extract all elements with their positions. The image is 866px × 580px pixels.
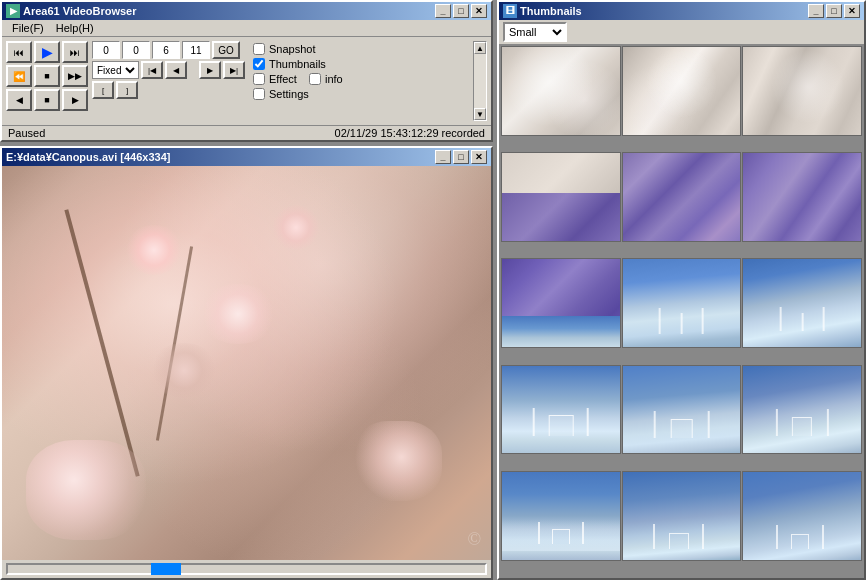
rewind-button[interactable]: ⏪ [6,65,32,87]
thumbnail-grid [499,44,864,578]
video-frame: © [2,166,491,560]
mark-in-button[interactable]: [ [92,81,114,99]
thumbnail-14[interactable] [622,471,742,561]
mode-select[interactable]: Fixed Auto [92,61,139,79]
thumbnail-7[interactable] [501,258,621,348]
snapshot-checkbox[interactable] [253,43,265,55]
thumbnail-10[interactable] [501,365,621,455]
time-field-4[interactable] [182,41,210,59]
settings-checkbox[interactable] [253,88,265,100]
timestamp-status: 02/11/29 15:43:12:29 recorded [335,127,485,139]
thumbnail-2[interactable] [622,46,742,136]
nav-end-button[interactable]: ▶| [223,61,245,79]
video-window: E:¥data¥Canopus.avi [446x334] _ □ ✕ [0,146,493,580]
watermark: © [467,529,481,550]
video-close-button[interactable]: ✕ [471,150,487,164]
time-field-3[interactable] [152,41,180,59]
settings-label: Settings [269,88,309,100]
nav-prev-button[interactable]: ◀ [165,61,187,79]
thumb-maximize-button[interactable]: □ [826,4,842,18]
nav-start-button[interactable]: |◀ [141,61,163,79]
fast-forward-button[interactable]: ▶▶ [62,65,88,87]
thumbnail-5[interactable] [622,152,742,242]
video-browser-window: ▶ Area61 VideoBrowser _ □ ✕ File(F) Help… [0,0,493,142]
thumbnail-13[interactable] [501,471,621,561]
video-content: © [2,166,491,560]
stop2-button[interactable]: ■ [34,89,60,111]
info-label: info [325,73,343,85]
close-button[interactable]: ✕ [471,4,487,18]
skip-forward-button[interactable]: ⏭ [62,41,88,63]
thumbnails-title: Thumbnails [520,5,582,17]
prev-frame-button[interactable]: ◀ [6,89,32,111]
video-browser-titlebar: ▶ Area61 VideoBrowser _ □ ✕ [2,2,491,20]
nav-next-button[interactable]: ▶ [199,61,221,79]
thumbnails-checkbox[interactable] [253,58,265,70]
skip-back-button[interactable]: ⏮ [6,41,32,63]
thumbnail-11[interactable] [622,365,742,455]
thumbnails-label: Thumbnails [269,58,326,70]
thumbnail-12[interactable] [742,365,862,455]
seekbar-container [2,560,491,578]
stop-button[interactable]: ■ [34,65,60,87]
time-field-1[interactable] [92,41,120,59]
time-field-2[interactable] [122,41,150,59]
thumbnail-toolbar: Small Medium Large [499,20,864,44]
maximize-button[interactable]: □ [453,4,469,18]
info-checkbox[interactable] [309,73,321,85]
size-select[interactable]: Small Medium Large [503,22,567,42]
mark-out-button[interactable]: ] [116,81,138,99]
thumbnails-app-icon: 🎞 [503,4,517,18]
thumbnail-1[interactable] [501,46,621,136]
video-window-titlebar: E:¥data¥Canopus.avi [446x334] _ □ ✕ [2,148,491,166]
video-minimize-button[interactable]: _ [435,150,451,164]
options-scrollbar[interactable]: ▲ ▼ [473,41,487,121]
thumbnail-3[interactable] [742,46,862,136]
thumbnails-window: 🎞 Thumbnails _ □ ✕ Small Medium Large [497,0,866,580]
options-panel: Snapshot Thumbnails Effect info Settings [249,41,347,102]
help-menu[interactable]: Help(H) [50,21,100,35]
effect-label: Effect [269,73,297,85]
next-frame-button[interactable]: ▶ [62,89,88,111]
thumb-close-button[interactable]: ✕ [844,4,860,18]
file-menu[interactable]: File(F) [6,21,50,35]
thumbnail-6[interactable] [742,152,862,242]
thumbnail-15[interactable] [742,471,862,561]
go-button[interactable]: GO [212,41,240,59]
seekbar-track[interactable] [6,563,487,575]
minimize-button[interactable]: _ [435,4,451,18]
video-maximize-button[interactable]: □ [453,150,469,164]
status-bar: Paused 02/11/29 15:43:12:29 recorded [2,125,491,140]
menu-bar: File(F) Help(H) [2,20,491,36]
time-controls: GO Fixed Auto |◀ ◀ ▶ ▶| [ ] [92,41,245,99]
transport-controls: ⏮ ▶ ⏭ ⏪ ■ ▶▶ ◀ ■ ▶ [6,41,88,111]
video-browser-title: Area61 VideoBrowser [23,5,137,17]
play-button[interactable]: ▶ [34,41,60,63]
thumb-minimize-button[interactable]: _ [808,4,824,18]
video-window-title: E:¥data¥Canopus.avi [446x334] [6,151,170,163]
control-panel: ⏮ ▶ ⏭ ⏪ ■ ▶▶ ◀ ■ ▶ [2,37,491,125]
thumbnail-9[interactable] [742,258,862,348]
thumbnail-4[interactable] [501,152,621,242]
app-icon: ▶ [6,4,20,18]
effect-checkbox[interactable] [253,73,265,85]
snapshot-label: Snapshot [269,43,315,55]
thumbnails-titlebar: 🎞 Thumbnails _ □ ✕ [499,2,864,20]
playback-status: Paused [8,127,45,139]
seekbar-thumb[interactable] [151,563,181,575]
thumbnail-8[interactable] [622,258,742,348]
